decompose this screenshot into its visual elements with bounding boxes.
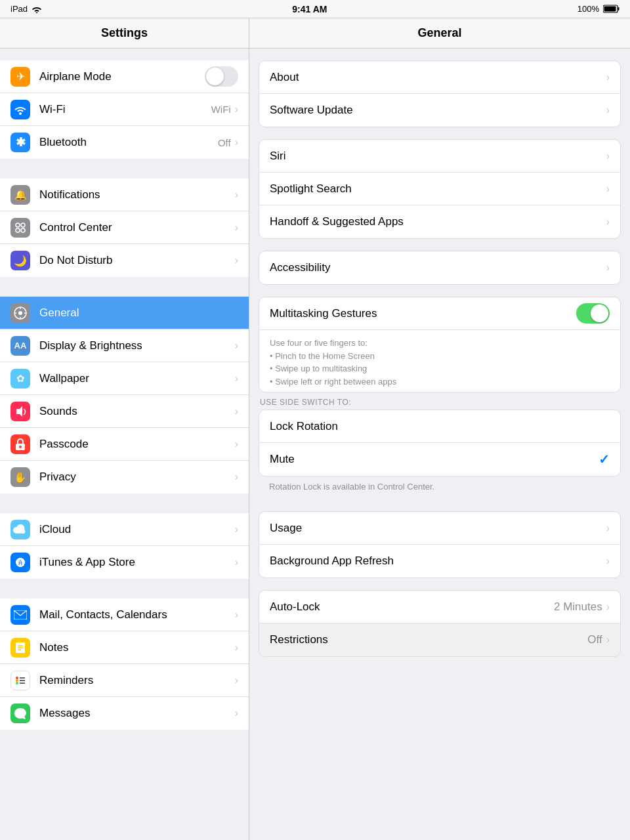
content-item-software-update[interactable]: Software Update › (259, 94, 620, 127)
content-item-autolock[interactable]: Auto-Lock 2 Minutes › (259, 591, 620, 623)
content-item-lock-rotation[interactable]: Lock Rotation (259, 410, 620, 443)
accessibility-chevron: › (606, 262, 610, 274)
mail-chevron: › (235, 609, 238, 621)
siri-chevron: › (606, 150, 610, 162)
spotlight-label: Spotlight Search (270, 182, 606, 196)
siri-label: Siri (270, 150, 606, 163)
about-chevron: › (606, 72, 610, 83)
svg-rect-2 (618, 7, 619, 10)
nav-right: General (249, 18, 630, 48)
svg-point-21 (16, 682, 18, 684)
sidebar-item-reminders[interactable]: Reminders › (0, 664, 249, 697)
multitasking-row[interactable]: Multitasking Gestures (259, 297, 620, 330)
content-section-usage: Usage › Background App Refresh › (259, 511, 621, 578)
notes-icon (10, 638, 30, 658)
mail-icon (10, 605, 30, 625)
passcode-chevron: › (235, 438, 238, 450)
sidebar-item-airplane-mode[interactable]: ✈ Airplane Mode (0, 60, 249, 93)
wallpaper-icon: ✿ (10, 369, 30, 388)
sidebar-item-display[interactable]: AA Display & Brightness › (0, 329, 249, 362)
sidebar-item-icloud[interactable]: iCloud › (0, 513, 249, 546)
general-title: General (417, 26, 461, 40)
device-label: iPad (10, 4, 28, 14)
do-not-disturb-chevron: › (235, 255, 238, 266)
sidebar-section-cloud: iCloud › 🅐 iTunes & App Store › (0, 513, 249, 579)
sidebar-item-do-not-disturb[interactable]: 🌙 Do Not Disturb › (0, 244, 249, 277)
messages-label: Messages (39, 707, 235, 720)
bluetooth-icon: ✱ (10, 133, 30, 152)
content-item-handoff[interactable]: Handoff & Suggested Apps › (259, 205, 620, 238)
control-center-chevron: › (235, 222, 238, 234)
messages-chevron: › (235, 707, 238, 719)
main-layout: ✈ Airplane Mode Wi-Fi WiFi › (0, 49, 630, 840)
autolock-value: 2 Minutes (554, 600, 602, 614)
svg-marker-11 (16, 406, 22, 417)
lock-rotation-label: Lock Rotation (270, 420, 610, 433)
sidebar-item-notes[interactable]: Notes › (0, 631, 249, 664)
bluetooth-chevron: › (235, 136, 238, 148)
sounds-chevron: › (235, 406, 238, 417)
privacy-icon: ✋ (10, 467, 30, 487)
general-label: General (39, 306, 238, 320)
background-refresh-chevron: › (606, 555, 610, 567)
itunes-icon: 🅐 (10, 553, 30, 572)
content-item-usage[interactable]: Usage › (259, 512, 620, 545)
airplane-label: Airplane Mode (39, 70, 205, 83)
content-panel: About › Software Update › Siri › Spotlig… (249, 49, 630, 840)
notifications-label: Notifications (39, 188, 235, 201)
sidebar-item-itunes[interactable]: 🅐 iTunes & App Store › (0, 546, 249, 579)
do-not-disturb-icon: 🌙 (10, 251, 30, 270)
general-icon (10, 303, 30, 323)
display-chevron: › (235, 340, 238, 352)
icloud-icon (10, 520, 30, 539)
content-item-spotlight-search[interactable]: Spotlight Search › (259, 173, 620, 205)
content-item-accessibility[interactable]: Accessibility › (259, 251, 620, 284)
passcode-label: Passcode (39, 438, 235, 451)
sidebar-section-personalization: General AA Display & Brightness › ✿ Wall… (0, 297, 249, 494)
side-switch-header: USE SIDE SWITCH TO: (249, 392, 630, 410)
content-item-restrictions[interactable]: Restrictions Off › (259, 623, 620, 656)
content-item-about[interactable]: About › (259, 61, 620, 94)
sidebar-item-messages[interactable]: Messages › (0, 697, 249, 730)
content-item-siri[interactable]: Siri › (259, 140, 620, 173)
content-section-about: About › Software Update › (259, 60, 621, 127)
svg-point-7 (16, 228, 20, 232)
sidebar-item-wifi[interactable]: Wi-Fi WiFi › (0, 93, 249, 126)
display-label: Display & Brightness (39, 339, 235, 352)
sidebar-item-control-center[interactable]: Control Center › (0, 211, 249, 244)
sidebar-item-general[interactable]: General (0, 297, 249, 329)
content-item-background-refresh[interactable]: Background App Refresh › (259, 545, 620, 578)
svg-point-4 (19, 112, 22, 115)
wallpaper-chevron: › (235, 373, 238, 385)
status-time: 9:41 AM (292, 4, 327, 14)
multitasking-desc: Use four or five fingers to:• Pinch to t… (259, 330, 620, 392)
wifi-chevron: › (235, 104, 238, 116)
svg-point-5 (16, 223, 20, 227)
sidebar-item-bluetooth[interactable]: ✱ Bluetooth Off › (0, 126, 249, 159)
itunes-label: iTunes & App Store (39, 556, 235, 569)
content-section-autolock: Auto-Lock 2 Minutes › Restrictions Off › (259, 590, 621, 657)
content-item-mute[interactable]: Mute ✓ (259, 443, 620, 476)
sidebar-item-passcode[interactable]: Passcode › (0, 428, 249, 461)
do-not-disturb-label: Do Not Disturb (39, 254, 235, 267)
sidebar-item-wallpaper[interactable]: ✿ Wallpaper › (0, 362, 249, 395)
sidebar-item-sounds[interactable]: Sounds › (0, 395, 249, 428)
notifications-icon: 🔔 (10, 185, 30, 205)
sidebar-section-apps: Mail, Contacts, Calendars › Notes › (0, 598, 249, 730)
nav-bar: Settings General (0, 18, 630, 49)
autolock-chevron: › (606, 601, 610, 613)
accessibility-label: Accessibility (270, 261, 606, 274)
icloud-label: iCloud (39, 523, 235, 536)
handoff-chevron: › (606, 216, 610, 228)
spotlight-chevron: › (606, 183, 610, 195)
sidebar-item-mail[interactable]: Mail, Contacts, Calendars › (0, 598, 249, 631)
notes-chevron: › (235, 642, 238, 654)
restrictions-chevron: › (606, 634, 610, 646)
control-center-icon (10, 218, 30, 238)
reminders-chevron: › (235, 675, 238, 686)
multitasking-toggle[interactable] (576, 303, 610, 324)
airplane-toggle[interactable] (205, 66, 238, 87)
sidebar-item-notifications[interactable]: 🔔 Notifications › (0, 178, 249, 211)
svg-point-0 (36, 12, 38, 13)
sidebar-item-privacy[interactable]: ✋ Privacy › (0, 461, 249, 494)
